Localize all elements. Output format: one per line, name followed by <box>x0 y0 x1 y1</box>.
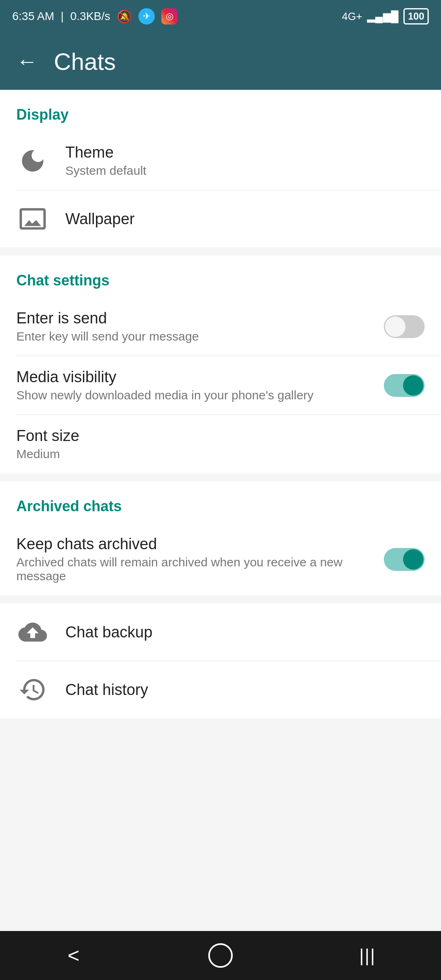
battery-indicator: 100 <box>403 8 429 24</box>
settings-content: Display Theme System default Wallpap <box>0 90 441 931</box>
page-title: Chats <box>54 48 116 75</box>
theme-icon <box>16 145 49 177</box>
other-section: Chat backup Chat history <box>0 604 441 718</box>
keep-archived-toggle[interactable] <box>384 548 425 571</box>
status-separator: | <box>61 10 64 23</box>
font-size-subtitle: Medium <box>16 447 425 461</box>
keep-archived-toggle-container[interactable] <box>384 548 425 571</box>
media-visibility-toggle[interactable] <box>384 374 425 397</box>
back-button[interactable]: ← <box>16 49 38 74</box>
status-time: 6:35 AM <box>12 10 54 23</box>
wallpaper-title: Wallpaper <box>65 210 425 228</box>
chat-history-icon <box>16 673 49 706</box>
archived-chats-section: Archived chats Keep chats archived Archi… <box>0 481 441 595</box>
keep-archived-subtitle: Archived chats will remain archived when… <box>16 555 384 583</box>
signal-bars: ▂▄▆█ <box>367 10 399 23</box>
enter-is-send-toggle[interactable] <box>384 315 425 338</box>
status-right: 4G+ ▂▄▆█ 100 <box>342 8 429 24</box>
nav-bar: < ||| <box>0 931 441 980</box>
chat-backup-title: Chat backup <box>65 624 425 641</box>
enter-is-send-item[interactable]: Enter is send Enter key will send your m… <box>0 297 441 356</box>
archived-chats-header: Archived chats <box>0 481 441 523</box>
signal-label: 4G+ <box>342 10 362 23</box>
telegram-icon: ✈ <box>138 8 155 24</box>
media-visibility-knob <box>403 375 423 396</box>
font-size-item[interactable]: Font size Medium <box>0 415 441 473</box>
status-bar: 6:35 AM | 0.3KB/s 🔕 ✈ ◎ 4G+ ▂▄▆█ 100 <box>0 0 441 33</box>
chat-backup-icon <box>16 616 49 648</box>
display-section-header: Display <box>0 90 441 131</box>
chat-history-title: Chat history <box>65 681 425 699</box>
keep-archived-text: Keep chats archived Archived chats will … <box>16 535 384 583</box>
nav-home-icon <box>208 943 233 968</box>
media-visibility-toggle-container[interactable] <box>384 374 425 397</box>
theme-text: Theme System default <box>65 144 425 178</box>
media-visibility-title: Media visibility <box>16 368 384 386</box>
enter-is-send-knob <box>385 316 405 337</box>
media-visibility-subtitle: Show newly downloaded media in your phon… <box>16 388 384 402</box>
mute-icon: 🔕 <box>117 9 132 24</box>
chat-history-item[interactable]: Chat history <box>0 661 441 718</box>
status-data-speed: 0.3KB/s <box>70 10 110 23</box>
theme-title: Theme <box>65 144 425 161</box>
nav-recents-button[interactable]: ||| <box>343 939 392 972</box>
font-size-text: Font size Medium <box>16 427 425 461</box>
theme-subtitle: System default <box>65 164 425 178</box>
wallpaper-item[interactable]: Wallpaper <box>0 190 441 247</box>
chat-backup-item[interactable]: Chat backup <box>0 604 441 661</box>
status-left: 6:35 AM | 0.3KB/s 🔕 ✈ ◎ <box>12 8 178 24</box>
enter-is-send-text: Enter is send Enter key will send your m… <box>16 310 384 343</box>
chat-settings-header: Chat settings <box>0 256 441 297</box>
enter-is-send-toggle-container[interactable] <box>384 315 425 338</box>
keep-archived-title: Keep chats archived <box>16 535 384 553</box>
chat-history-text: Chat history <box>65 681 425 699</box>
instagram-icon: ◎ <box>161 8 178 24</box>
media-visibility-text: Media visibility Show newly downloaded m… <box>16 368 384 402</box>
keep-archived-item[interactable]: Keep chats archived Archived chats will … <box>0 523 441 595</box>
media-visibility-item[interactable]: Media visibility Show newly downloaded m… <box>0 356 441 414</box>
keep-archived-knob <box>403 549 423 570</box>
nav-back-icon: < <box>67 944 79 967</box>
display-section: Display Theme System default Wallpap <box>0 90 441 247</box>
chat-settings-section: Chat settings Enter is send Enter key wi… <box>0 256 441 473</box>
enter-is-send-subtitle: Enter key will send your message <box>16 330 384 343</box>
wallpaper-icon <box>16 203 49 235</box>
font-size-title: Font size <box>16 427 425 445</box>
enter-is-send-title: Enter is send <box>16 310 384 327</box>
wallpaper-text: Wallpaper <box>65 210 425 228</box>
app-bar: ← Chats <box>0 33 441 90</box>
theme-item[interactable]: Theme System default <box>0 131 441 190</box>
nav-back-button[interactable]: < <box>49 939 98 972</box>
chat-backup-text: Chat backup <box>65 624 425 641</box>
nav-recents-icon: ||| <box>359 945 376 966</box>
nav-home-button[interactable] <box>196 939 245 972</box>
